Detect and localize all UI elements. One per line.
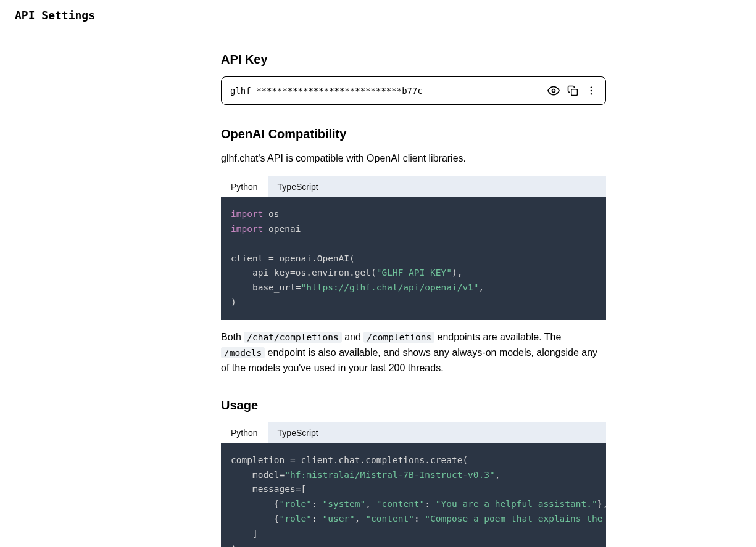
copy-key-button[interactable]: [567, 85, 578, 96]
inline-code-completions: /completions: [363, 332, 434, 343]
more-key-button[interactable]: [586, 85, 597, 96]
section-title-openai: OpenAI Compatibility: [221, 127, 606, 141]
dots-vertical-icon: [586, 85, 597, 96]
openai-desc: glhf.chat's API is compatible with OpenA…: [221, 151, 606, 167]
page-title: API Settings: [0, 0, 756, 30]
svg-point-2: [591, 86, 592, 88]
api-key-box: glhf_****************************b77c: [221, 76, 606, 105]
api-key-actions: [547, 84, 597, 97]
endpoints-desc: Both /chat/completions and /completions …: [221, 330, 606, 376]
code-block-setup: import os import openai client = openai.…: [221, 197, 606, 320]
svg-point-4: [591, 93, 592, 95]
copy-icon: [567, 85, 578, 96]
api-key-value: glhf_****************************b77c: [230, 86, 423, 96]
svg-point-0: [552, 89, 555, 93]
section-title-usage: Usage: [221, 398, 606, 413]
show-key-button[interactable]: [547, 84, 560, 97]
section-title-api-key: API Key: [221, 52, 606, 67]
tab-typescript-2[interactable]: TypeScript: [268, 422, 328, 443]
inline-code-chat-completions: /chat/completions: [244, 332, 341, 343]
svg-point-3: [591, 90, 592, 92]
code1-tab-bar: Python TypeScript: [221, 176, 606, 197]
svg-rect-1: [571, 89, 578, 96]
tab-typescript[interactable]: TypeScript: [268, 176, 328, 197]
tab-python[interactable]: Python: [221, 176, 268, 197]
tab-python-2[interactable]: Python: [221, 422, 268, 443]
code-block-usage: completion = client.chat.completions.cre…: [221, 443, 606, 547]
code2-tab-bar: Python TypeScript: [221, 422, 606, 443]
inline-code-models: /models: [221, 347, 265, 358]
eye-icon: [547, 84, 560, 97]
